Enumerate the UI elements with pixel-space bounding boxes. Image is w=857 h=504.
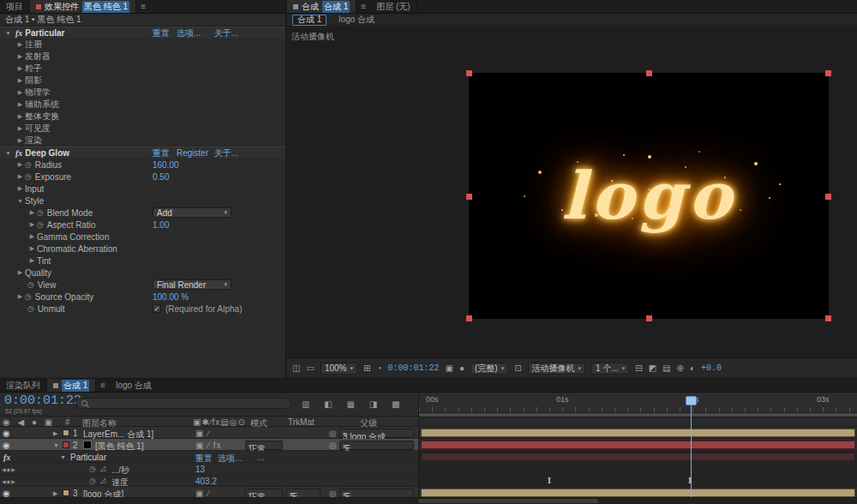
property-value[interactable]: 13 [195,465,205,474]
stopwatch-icon[interactable]: ◷ [27,304,34,313]
tab-render-queue[interactable]: 渲染队列 [0,379,47,392]
param-value[interactable]: 1.00 [153,220,169,230]
param-value[interactable]: 0.50 [153,172,169,182]
stopwatch-icon[interactable]: ◷ [37,208,44,217]
pickwhip-icon[interactable]: ◎ [329,429,337,438]
particular-group-rendering[interactable]: ▶渲染 [0,135,285,147]
twirl-closed-icon[interactable]: ▶ [15,101,25,108]
reset-link[interactable]: 重置 [153,147,170,159]
layer-duration-bar[interactable] [421,441,855,449]
twirl-closed-icon[interactable]: ▶ [27,233,37,240]
stopwatch-icon[interactable]: ◷ [89,477,96,485]
keyframe-icon[interactable]: I [548,476,551,485]
label-color-chip[interactable] [63,429,69,436]
param-value[interactable]: 100.00 % [153,292,189,302]
effect-deepglow-header[interactable]: ▼ fx Deep Glow 重置 Register 关于... [0,147,285,159]
eye-toggle[interactable]: ◉ [3,429,10,438]
current-time-indicator-line[interactable] [691,398,692,504]
layer-switches[interactable]: ▣ ∕ [195,429,210,438]
composition-frame[interactable]: logo [469,73,829,319]
twirl-closed-icon[interactable]: ▶ [27,245,37,252]
particular-group-shading[interactable]: ▶阴影 [0,75,285,87]
twirl-open-icon[interactable]: ▼ [60,454,66,460]
particular-group-visibility[interactable]: ▶可见度 [0,123,285,135]
parent-select[interactable]: 无▾ [339,441,414,450]
fx-badge-icon[interactable]: fx [15,28,22,38]
resolution-select[interactable]: (完整) ▾ [470,363,508,375]
trkmat-header[interactable]: TrkMat [288,417,315,427]
label-color-chip[interactable] [63,489,69,496]
particular-group-physics[interactable]: ▶物理学 [0,87,285,99]
twirl-closed-icon[interactable]: ▶ [27,257,37,264]
fx-badge-icon[interactable]: fx [15,148,22,158]
twirl-closed-icon[interactable]: ▶ [15,185,25,192]
twirl-open-icon[interactable]: ▼ [3,150,13,156]
pixel-aspect-icon[interactable]: ⊟ [635,363,642,373]
graph-toggle-icon[interactable]: ◿ [100,477,105,484]
eye-toggle[interactable]: ◉ [3,441,10,450]
group-gamma[interactable]: ▶ Gamma Correction [0,231,285,243]
param-blend-mode[interactable]: ▶ ◷ Blend Mode Add ▾ [0,207,285,219]
layer-row-2[interactable]: ◉ ▼ 2 [黑色 纯色 1] ▣ ∕ fx 正常▾ ◎ 无▾ [0,439,418,451]
mode-select[interactable]: 正常▾ [245,441,283,450]
twirl-closed-icon[interactable]: ▶ [15,173,25,180]
pickwhip-icon[interactable]: ◎ [329,441,337,450]
current-time-indicator-handle[interactable] [686,396,697,405]
twirl-closed-icon[interactable]: ▶ [15,53,25,60]
twirl-closed-icon[interactable]: ▶ [15,161,25,168]
timeline-icon[interactable]: ▤ [662,363,670,373]
group-style[interactable]: ▼ Style [0,195,285,207]
param-radius[interactable]: ▶ ◷ Radius 160.00 [0,159,285,171]
layer-duration-bar[interactable] [421,489,855,497]
tab-layer[interactable]: 图层 (无) [370,0,417,13]
tab-project[interactable]: 项目 [0,0,30,13]
keyframe-nav-icons[interactable]: ◀◆▶ [2,478,16,484]
horizontal-scrollbar[interactable] [418,499,598,503]
parent-select[interactable]: 3.logo 合成▾ [339,429,414,438]
param-exposure[interactable]: ▶ ◷ Exposure 0.50 [0,171,285,183]
param-unmult[interactable]: ◷ Unmult ✓ (Required for Alpha) [0,303,285,315]
particular-group-world[interactable]: ▶整体变换 [0,111,285,123]
snapshot-icon[interactable]: ▣ [445,363,452,373]
twirl-closed-icon[interactable]: ▶ [53,430,57,437]
stopwatch-icon[interactable]: ◷ [27,280,34,289]
flowchart-icon[interactable]: ⊕ [677,363,684,373]
fast-preview-icon[interactable]: ◩ [649,363,656,373]
view-layout-select[interactable]: 1 个... ▾ [591,363,629,375]
composition-viewport[interactable]: 活动摄像机 logo [287,27,857,357]
tab-composition[interactable]: 合成 合成 1 [287,0,357,13]
twirl-open-icon[interactable]: ▼ [53,442,59,448]
twirl-closed-icon[interactable]: ▶ [15,89,25,96]
twirl-closed-icon[interactable]: ▶ [15,77,25,84]
viewer-tab-comp1[interactable]: 合成 1 [292,15,327,26]
group-tint[interactable]: ▶ Tint [0,255,285,267]
effect-particular-header[interactable]: ▼ fx Particular 重置 选项... 关于... [0,27,285,39]
fx-badge-icon[interactable]: fx [3,453,10,462]
stopwatch-icon[interactable]: ◷ [37,220,44,229]
particular-group-particle[interactable]: ▶粒子 [0,63,285,75]
tab-effect-controls[interactable]: 效果控件 黑色 纯色 1 [30,0,136,13]
group-chromatic[interactable]: ▶ Chromatic Aberration [0,243,285,255]
about-link[interactable]: 关于... [214,147,238,159]
layer-duration-bar[interactable] [421,429,855,437]
twirl-closed-icon[interactable]: ▶ [15,125,25,132]
effect-duration-bar[interactable] [421,453,855,461]
panel-menu-icon[interactable]: ≡ [357,0,370,13]
particular-group-aux[interactable]: ▶辅助系统 [0,99,285,111]
panel-menu-icon[interactable]: ≡ [136,0,150,13]
twirl-open-icon[interactable]: ▼ [15,198,25,204]
options-link[interactable]: 选项... [177,27,201,39]
tab-comp1-timeline[interactable]: 合成 1 [47,379,96,392]
label-color-chip[interactable] [63,441,69,448]
twirl-open-icon[interactable]: ▼ [3,30,13,36]
twirl-closed-icon[interactable]: ▶ [15,269,25,276]
group-quality[interactable]: ▶ Quality [0,267,285,279]
preview-timecode[interactable]: 0:00:01:22 [387,363,439,373]
current-timecode[interactable]: 0:00:01:22 [4,393,81,408]
keyframe-nav-icons[interactable]: ◀◆▶ [2,466,16,472]
layer-search[interactable] [75,398,291,409]
viewer-tab-logo[interactable]: logo 合成 [333,15,380,26]
prop-row-velocity[interactable]: ◀◆▶ ◷ ◿ 速度 403.2 [0,475,418,487]
twirl-closed-icon[interactable]: ▶ [15,137,25,144]
twirl-closed-icon[interactable]: ▶ [15,41,25,48]
